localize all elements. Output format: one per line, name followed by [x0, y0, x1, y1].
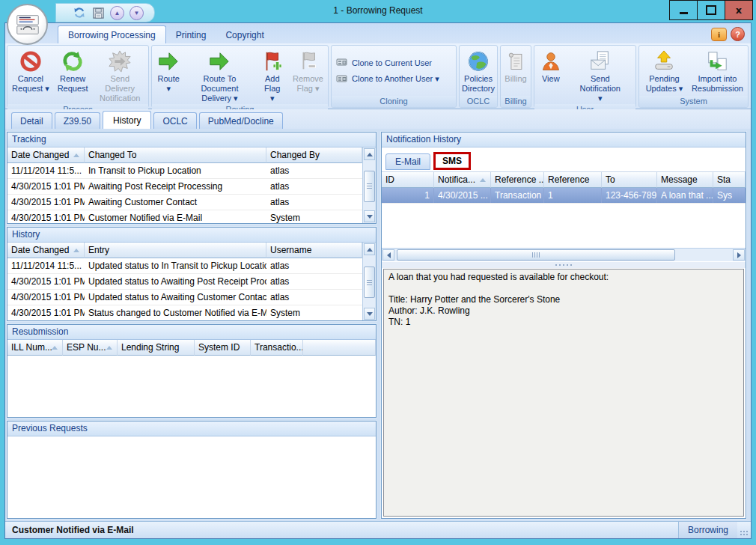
pending-updates-button[interactable]: Pending Updates ▾	[641, 46, 688, 95]
sort-asc-icon	[73, 249, 79, 252]
renew-request-button[interactable]: Renew Request	[53, 46, 93, 103]
ribbon-group-user: View Send Notification ▾ User	[534, 45, 636, 108]
header-cell[interactable]: Username	[266, 243, 362, 258]
ribbon-tab-borrowing-processing[interactable]: Borrowing Processing	[58, 25, 166, 43]
client-area: Borrowing Processing Printing Copyright …	[4, 22, 752, 539]
cancel-request-button[interactable]: Cancel Request ▾	[9, 46, 52, 103]
ribbon-tab-printing[interactable]: Printing	[166, 26, 216, 43]
tab-z3950[interactable]: Z39.50	[55, 112, 100, 129]
clone-to-another-user-button[interactable]: Clone to Another User ▾	[336, 74, 451, 85]
table-row[interactable]: 4/30/2015 1:01 PMStatus changed to Custo…	[7, 305, 362, 320]
tab-pubmed-docline[interactable]: PubMed/Docline	[199, 112, 283, 129]
table-cell: 1	[382, 188, 434, 203]
header-cell[interactable]: Lending String	[118, 340, 195, 356]
add-flag-button[interactable]: Add Flag ▾	[256, 46, 290, 103]
ribbon-group-process: Cancel Request ▾ Renew Request	[7, 45, 149, 108]
tab-history[interactable]: History	[103, 111, 151, 129]
tracking-panel: Tracking Date ChangedChanged ToChanged B…	[7, 132, 377, 224]
header-cell[interactable]: Transactio...	[251, 340, 303, 356]
header-cell[interactable]: System ID	[195, 340, 251, 356]
route-to-document-delivery-button[interactable]: Route To Document Delivery ▾	[184, 46, 254, 103]
notification-horizontal-scrollbar[interactable]	[382, 248, 746, 261]
route-button[interactable]: Route ▾	[153, 46, 183, 103]
scroll-down-arrow[interactable]	[364, 308, 375, 320]
tab-oclc[interactable]: OCLC	[153, 112, 196, 129]
minimize-button[interactable]	[669, 0, 698, 20]
group-label-billing: Billing	[501, 96, 531, 107]
header-cell[interactable]: Changed To	[85, 147, 266, 163]
header-cell[interactable]: ILL Num...	[7, 340, 63, 356]
resize-grip[interactable]	[737, 522, 751, 538]
notification-history-panel: Notification History E-Mail SMS IDNotifi…	[381, 132, 746, 519]
close-button[interactable]: x	[725, 0, 753, 20]
header-cell[interactable]: Notifica...	[434, 172, 491, 188]
table-cell: 4/30/2015 1:01 PM	[7, 195, 85, 210]
header-cell[interactable]: ESP Nu...	[63, 340, 118, 356]
table-cell: 4/30/2015 1:01 PM	[7, 210, 85, 223]
header-cell[interactable]	[303, 340, 376, 356]
import-into-resubmission-button[interactable]: Import into Resubmission	[689, 46, 746, 95]
table-cell: atlas	[266, 163, 362, 178]
ribbon-group-routing: Route ▾ Route To Document Delivery ▾	[151, 45, 329, 108]
scroll-up-arrow[interactable]	[364, 243, 375, 255]
header-cell[interactable]: Entry	[85, 243, 266, 258]
header-cell[interactable]: Date Changed	[7, 147, 85, 163]
clone-icon	[336, 74, 348, 85]
scroll-left-arrow[interactable]	[382, 249, 394, 261]
scroll-up-arrow[interactable]	[364, 148, 375, 160]
history-vertical-scrollbar[interactable]	[362, 243, 376, 320]
help-icon[interactable]: ?	[731, 27, 745, 41]
table-row[interactable]: 4/30/2015 1:01 PMAwaiting Post Receipt P…	[7, 179, 362, 195]
tab-detail[interactable]: Detail	[11, 112, 52, 129]
header-cell[interactable]: Reference	[544, 172, 602, 188]
splitter-handle[interactable]	[382, 261, 746, 268]
tracking-panel-title: Tracking	[7, 133, 376, 147]
history-tab-content: Tracking Date ChangedChanged ToChanged B…	[5, 129, 751, 521]
table-cell: Awaiting Customer Contact	[85, 195, 266, 210]
history-table: Date ChangedEntryUsername11/11/2014 11:5…	[7, 243, 362, 320]
send-notification-button[interactable]: Send Notification ▾	[567, 46, 634, 103]
scroll-thumb[interactable]	[397, 249, 675, 261]
table-row[interactable]: 14/30/2015 ...Transaction1123-456-7891A …	[382, 188, 746, 204]
table-cell: 1	[544, 188, 602, 203]
billing-button[interactable]: Billing	[502, 46, 529, 95]
remove-flag-button[interactable]: Remove Flag ▾	[290, 46, 326, 103]
group-label-oclc: OCLC	[460, 96, 497, 107]
tab-email[interactable]: E-Mail	[385, 153, 430, 170]
header-cell[interactable]: Reference ...	[491, 172, 544, 188]
info-icon[interactable]: i	[711, 28, 727, 41]
table-row[interactable]: 4/30/2015 1:01 PMUpdated status to Await…	[7, 290, 362, 305]
header-cell[interactable]: Message	[657, 172, 713, 188]
send-delivery-notification-button[interactable]: Send Delivery Notification	[93, 46, 147, 103]
app-icon[interactable]	[7, 4, 48, 45]
view-user-button[interactable]: View	[536, 46, 566, 103]
ribbon-group-system: Pending Updates ▾ Import into Resubmissi…	[638, 45, 749, 108]
route-icon	[157, 49, 180, 74]
scroll-down-arrow[interactable]	[364, 210, 375, 222]
table-cell: Updated status to Awaiting Post Receipt …	[85, 274, 266, 289]
table-row[interactable]: 4/30/2015 1:01 PMAwaiting Customer Conta…	[7, 195, 362, 210]
table-row[interactable]: 4/30/2015 1:01 PMUpdated status to Await…	[7, 274, 362, 290]
scroll-right-arrow[interactable]	[733, 249, 745, 261]
scroll-thumb[interactable]	[364, 171, 375, 202]
header-cell[interactable]: To	[602, 172, 657, 188]
maximize-icon	[706, 5, 716, 15]
tracking-vertical-scrollbar[interactable]	[362, 147, 376, 223]
table-row[interactable]: 4/30/2015 1:01 PMCustomer Notified via E…	[7, 210, 362, 223]
tab-sms[interactable]: SMS	[433, 152, 471, 170]
policies-directory-button[interactable]: Policies Directory	[459, 46, 498, 95]
previous-requests-empty-area	[7, 436, 376, 518]
titlebar: ▲ ▼ 1 - Borrowing Request x	[0, 0, 756, 22]
table-row[interactable]: 11/11/2014 11:5...Updated status to In T…	[7, 258, 362, 274]
table-row[interactable]: 11/11/2014 11:5...In Transit to Pickup L…	[7, 163, 362, 179]
table-header: ILL Num...ESP Nu...Lending StringSystem …	[7, 340, 376, 356]
header-cell[interactable]: Date Changed	[7, 243, 85, 258]
clone-to-current-user-button[interactable]: Clone to Current User	[336, 58, 451, 68]
ribbon-tab-copyright[interactable]: Copyright	[216, 26, 273, 43]
header-cell[interactable]: Changed By	[266, 147, 362, 163]
header-cell[interactable]: ID	[382, 172, 434, 188]
previous-requests-panel-title: Previous Requests	[7, 421, 376, 436]
scroll-thumb[interactable]	[364, 267, 375, 298]
maximize-button[interactable]	[697, 0, 725, 20]
header-cell[interactable]: Sta	[713, 172, 746, 188]
